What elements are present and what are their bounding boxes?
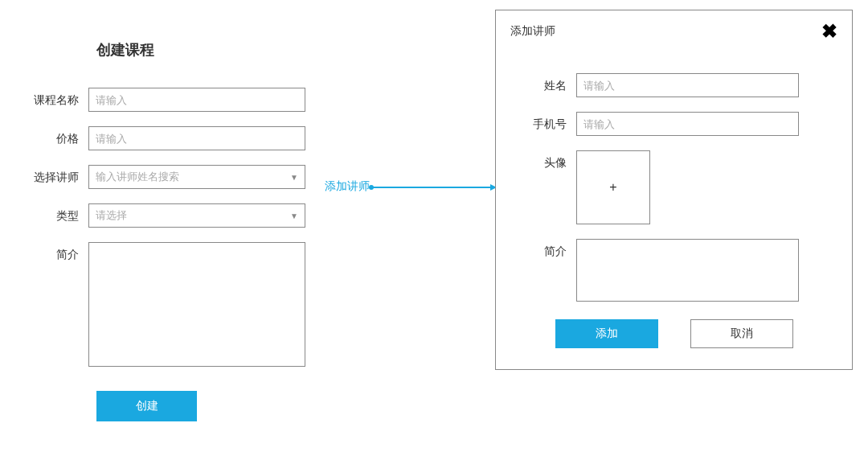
teacher-select-placeholder: 输入讲师姓名搜索 xyxy=(96,170,179,184)
chevron-down-icon: ▼ xyxy=(290,212,298,220)
type-row: 类型 请选择 ▼ xyxy=(16,203,338,228)
type-select-placeholder: 请选择 xyxy=(96,208,127,223)
close-icon[interactable]: ✖ xyxy=(821,22,837,41)
type-label: 类型 xyxy=(16,203,88,228)
modal-name-input[interactable] xyxy=(576,73,799,97)
add-button[interactable]: 添加 xyxy=(555,319,658,348)
price-input[interactable] xyxy=(88,126,305,150)
price-label: 价格 xyxy=(16,126,88,150)
teacher-label: 选择讲师 xyxy=(16,165,88,189)
create-button[interactable]: 创建 xyxy=(96,391,197,421)
modal-name-row: 姓名 xyxy=(520,73,828,97)
type-select[interactable]: 请选择 ▼ xyxy=(88,203,305,228)
cancel-button[interactable]: 取消 xyxy=(690,319,793,348)
form-title: 创建课程 xyxy=(96,40,338,60)
modal-intro-textarea[interactable] xyxy=(576,239,799,302)
modal-phone-input[interactable] xyxy=(576,112,799,136)
plus-icon: + xyxy=(609,180,616,195)
course-name-input[interactable] xyxy=(88,88,305,112)
add-teacher-modal: 添加讲师 ✖ 姓名 手机号 头像 + 简介 添加 取消 xyxy=(495,10,853,370)
modal-phone-row: 手机号 xyxy=(520,112,828,136)
modal-avatar-row: 头像 + xyxy=(520,150,828,224)
modal-footer: 添加 取消 xyxy=(520,319,828,348)
create-course-form: 创建课程 课程名称 价格 选择讲师 输入讲师姓名搜索 ▼ 类型 请选择 ▼ 简介… xyxy=(16,40,338,421)
course-name-label: 课程名称 xyxy=(16,88,88,112)
arrow-line-icon xyxy=(371,187,496,188)
teacher-select[interactable]: 输入讲师姓名搜索 ▼ xyxy=(88,165,305,189)
modal-header: 添加讲师 ✖ xyxy=(496,10,852,49)
intro-row: 简介 xyxy=(16,242,338,367)
avatar-upload[interactable]: + xyxy=(576,150,650,224)
intro-textarea[interactable] xyxy=(88,242,305,367)
price-row: 价格 xyxy=(16,126,338,150)
intro-label: 简介 xyxy=(16,242,88,266)
modal-name-label: 姓名 xyxy=(520,73,576,97)
teacher-row: 选择讲师 输入讲师姓名搜索 ▼ xyxy=(16,165,338,189)
course-name-row: 课程名称 xyxy=(16,88,338,112)
modal-body: 姓名 手机号 头像 + 简介 添加 取消 xyxy=(496,49,852,348)
modal-intro-row: 简介 xyxy=(520,239,828,302)
modal-avatar-label: 头像 xyxy=(520,150,576,175)
chevron-down-icon: ▼ xyxy=(290,173,298,182)
modal-intro-label: 简介 xyxy=(520,239,576,263)
add-teacher-link[interactable]: 添加讲师 xyxy=(325,179,370,194)
modal-phone-label: 手机号 xyxy=(520,112,576,136)
modal-title: 添加讲师 xyxy=(510,24,555,39)
